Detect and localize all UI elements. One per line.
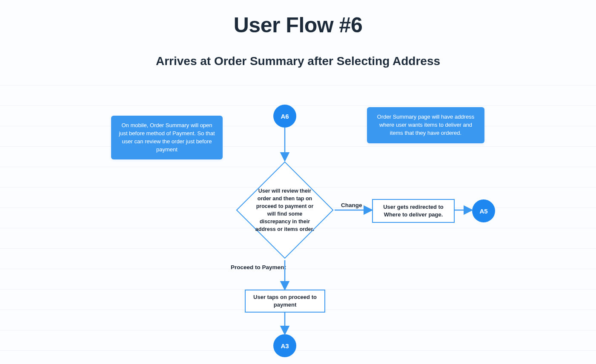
node-start-a6: A6 xyxy=(273,105,296,128)
page-title: User Flow #6 xyxy=(0,13,596,37)
edge-label-proceed: Proceed to Payment xyxy=(231,264,286,270)
node-end-a3: A3 xyxy=(273,334,296,357)
note-right: Order Summary page will have address whe… xyxy=(367,107,484,143)
node-decision: User will review their order and then ta… xyxy=(250,176,319,245)
edge-label-change: Change xyxy=(341,202,362,208)
node-decision-label: User will review their order and then ta… xyxy=(241,166,329,254)
node-proceed: User taps on proceed to payment xyxy=(245,290,325,313)
node-redirect: User gets redirected to Where to deliver… xyxy=(372,199,455,223)
page-subtitle: Arrives at Order Summary after Selecting… xyxy=(0,54,596,68)
note-left: On mobile, Order Summary will open just … xyxy=(111,116,223,159)
node-end-a5: A5 xyxy=(472,199,495,222)
